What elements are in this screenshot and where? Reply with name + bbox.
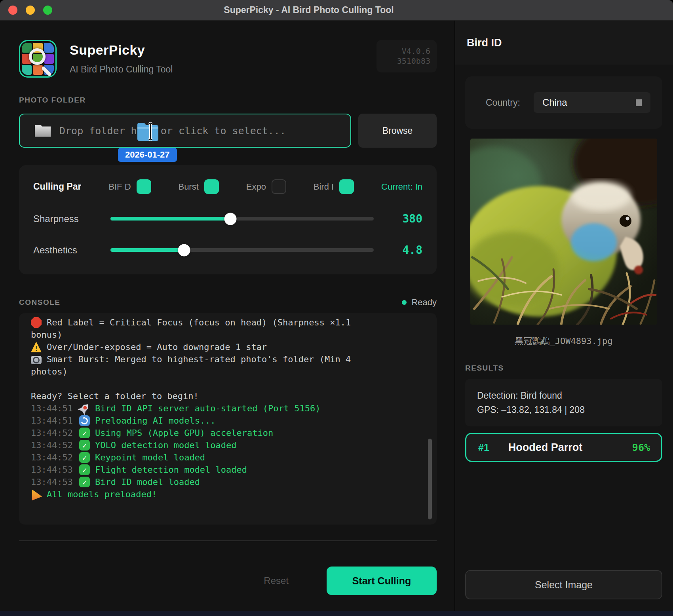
start-culling-button[interactable]: Start Culling [327, 567, 437, 595]
aesthetics-value: 4.8 [385, 243, 422, 257]
aesthetics-slider-row: Aesthetics 4.8 [33, 243, 422, 257]
checkbox-group-bird-id: Bird I [314, 179, 354, 194]
app-header: SuperPicky AI Bird Photo Culling Tool V4… [19, 40, 437, 78]
window-title: SuperPicky - AI Bird Photo Culling Tool [0, 5, 618, 15]
date-tooltip: 2026-01-27 [118, 148, 177, 162]
app-name: SuperPicky [70, 42, 173, 58]
results-label: RESULTS [465, 364, 662, 373]
console-output[interactable]: Red Label = Critical Focus (focus on hea… [19, 313, 437, 525]
check-icon [79, 464, 90, 475]
bird-id-checkbox[interactable] [339, 179, 354, 194]
status-indicator: Ready [402, 297, 437, 308]
checkbox-group-burst: Burst [178, 179, 219, 194]
photo-folder-label: PHOTO FOLDER [19, 96, 437, 105]
drag-folder-cursor-icon [137, 121, 160, 142]
check-icon [79, 440, 90, 451]
result-rank: #1 [478, 442, 489, 453]
current-mode-label: Current: In [381, 182, 422, 192]
culling-parameters-title: Culling Par [33, 181, 81, 192]
aesthetics-label: Aesthetics [33, 245, 110, 256]
result-confidence: 96% [632, 442, 650, 453]
magnifier-icon [29, 48, 46, 65]
title-bar: SuperPicky - AI Bird Photo Culling Tool [0, 0, 673, 21]
check-icon [79, 477, 90, 487]
camera-icon [31, 356, 42, 364]
main-panel: SuperPicky AI Bird Photo Culling Tool V4… [0, 21, 454, 611]
sharpness-value: 380 [385, 212, 422, 225]
app-tagline: AI Bird Photo Culling Tool [70, 64, 173, 75]
party-popper-icon [30, 488, 42, 500]
culling-parameters-panel: Culling Par BIF D Burst Expo Bird I [19, 165, 437, 274]
country-value: China [542, 97, 567, 108]
warning-icon [31, 342, 42, 352]
dropdown-indicator-icon [636, 99, 642, 106]
reset-button[interactable]: Reset [264, 575, 289, 586]
stop-icon [31, 317, 42, 328]
version-badge: V4.0.6 3510b83 [376, 40, 437, 72]
dropzone-placeholder: Drop folder here or click to select... [59, 125, 286, 137]
select-image-button[interactable]: Select Image [465, 570, 662, 599]
check-icon [79, 452, 90, 463]
image-filename: 黑冠鸚鵡_JOW4893.jpg [465, 335, 662, 347]
app-window: SuperPicky - AI Bird Photo Culling Tool … [0, 0, 673, 616]
sharpness-slider-row: Sharpness 380 [33, 212, 422, 225]
bird-id-result-card[interactable]: #1 Hooded Parrot 96% [465, 433, 662, 462]
sharpness-slider-thumb[interactable] [224, 213, 236, 225]
result-species: Hooded Parrot [508, 441, 583, 454]
console-scrollbar[interactable] [428, 439, 432, 519]
checkbox-group-expo: Expo [246, 179, 286, 194]
check-icon [79, 428, 90, 438]
folder-dropzone[interactable]: Drop folder here or click to select... 2… [19, 114, 351, 148]
refresh-icon [79, 415, 90, 426]
app-logo-icon [19, 40, 57, 78]
aesthetics-slider-thumb[interactable] [178, 244, 190, 256]
folder-icon [35, 125, 51, 137]
status-text: Ready [411, 297, 437, 308]
window-bottom-edge [0, 611, 673, 616]
bif-detect-checkbox[interactable] [137, 179, 151, 194]
browse-button[interactable]: Browse [358, 114, 437, 148]
burst-checkbox[interactable] [204, 179, 219, 194]
checkbox-group-bif: BIF D [108, 179, 151, 194]
country-select[interactable]: China [534, 92, 650, 113]
expo-checkbox[interactable] [272, 179, 286, 194]
sidebar-title: Bird ID [467, 37, 502, 49]
sharpness-label: Sharpness [33, 213, 110, 224]
ready-dot-icon [402, 300, 407, 305]
console-label: CONSOLE [19, 298, 60, 307]
bird-photo [470, 139, 657, 325]
divider [19, 540, 437, 541]
rocket-icon [77, 401, 92, 416]
detection-panel: Detection: Bird found GPS: –13.82, 131.8… [465, 379, 662, 426]
sidebar-header: Bird ID [455, 21, 673, 65]
sharpness-slider[interactable] [110, 217, 374, 221]
detection-status: Detection: Bird found [477, 388, 650, 403]
country-panel: Country: China [465, 76, 662, 129]
aesthetics-slider[interactable] [110, 248, 374, 252]
country-label: Country: [486, 97, 520, 108]
bird-id-sidebar: Bird ID Country: China [454, 21, 673, 611]
gps-coordinates: GPS: –13.82, 131.84 | 208 [477, 403, 650, 417]
